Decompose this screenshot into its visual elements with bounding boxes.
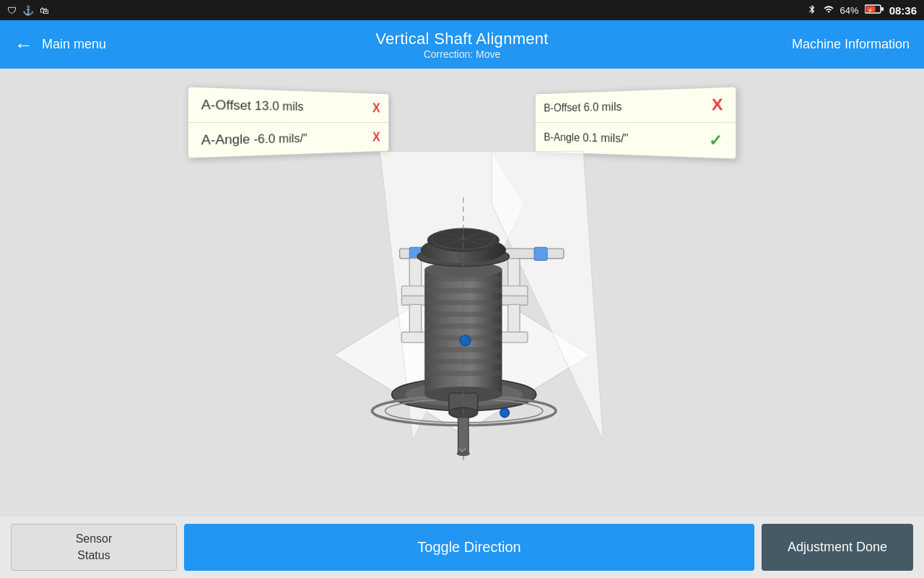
svg-rect-9 [409, 259, 421, 288]
nav-center: Vertical Shaft Alignment Correction: Mov… [375, 30, 549, 60]
status-bar-left: 🛡 ⚓ 🛍 [7, 5, 49, 16]
page-title: Vertical Shaft Alignment [375, 30, 549, 48]
sensor-status-label: Sensor Status [76, 531, 113, 564]
status-bar: 🛡 ⚓ 🛍 64% ⚡ 08:36 [0, 0, 924, 20]
nav-left[interactable]: ← Main menu [14, 35, 106, 54]
svg-rect-19 [508, 259, 520, 288]
page-subtitle: Correction: Move [375, 48, 549, 60]
back-button[interactable]: ← [14, 35, 33, 54]
b-angle-status: ✓ [709, 131, 723, 150]
machine-3d-visual [282, 112, 642, 473]
battery-percentage: 64% [840, 5, 859, 16]
nav-bar: ← Main menu Vertical Shaft Alignment Cor… [0, 20, 924, 69]
adjustment-done-button[interactable]: Adjustment Done [762, 524, 913, 571]
clock: 08:36 [889, 4, 917, 17]
toggle-direction-label: Toggle Direction [417, 539, 520, 556]
shield-icon: 🛡 [7, 5, 17, 16]
toggle-direction-button[interactable]: Toggle Direction [184, 524, 754, 571]
b-offset-status: X [712, 95, 723, 114]
down-chevron: ⌄ [455, 438, 469, 455]
status-bar-right: 64% ⚡ 08:36 [807, 4, 917, 17]
adjustment-done-label: Adjustment Done [788, 540, 887, 555]
svg-rect-2 [881, 7, 884, 11]
main-content: A-Offset 13.0 mils X A-Angle -6.0 mils/"… [0, 69, 924, 517]
svg-point-49 [460, 335, 471, 346]
bag-icon: 🛍 [40, 5, 49, 16]
bottom-toolbar: Sensor Status Toggle Direction Adjustmen… [0, 517, 924, 578]
battery-icon: ⚡ [865, 4, 884, 16]
svg-rect-13 [409, 304, 421, 334]
svg-point-50 [500, 408, 510, 418]
bluetooth-icon [807, 4, 817, 17]
svg-text:⚡: ⚡ [867, 7, 873, 14]
wifi-icon [823, 4, 834, 17]
main-menu-link[interactable]: Main menu [42, 37, 106, 52]
svg-rect-17 [534, 247, 547, 260]
machine-information-button[interactable]: Machine Information [792, 37, 910, 52]
sensor-status-button[interactable]: Sensor Status [11, 524, 177, 571]
machine-svg [282, 101, 642, 484]
svg-rect-23 [508, 304, 520, 334]
usb-icon: ⚓ [22, 5, 34, 16]
